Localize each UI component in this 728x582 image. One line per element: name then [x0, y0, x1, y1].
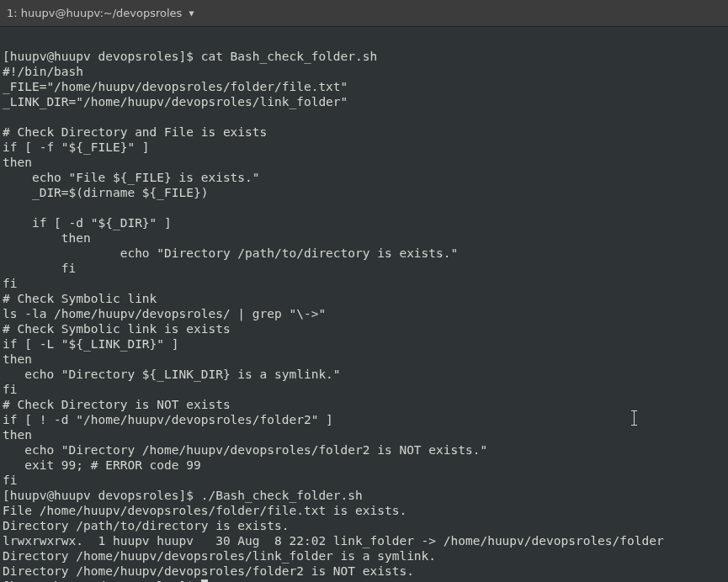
terminal-line: Directory /home/huupv/devopsroles/folder… [3, 564, 414, 578]
terminal-line: # Check Directory is NOT exists [3, 398, 231, 411]
terminal-line: then [3, 156, 32, 169]
terminal-line: if [ -f "${_FILE}" ] [3, 140, 150, 154]
terminal-line: if [ ! -d "/home/huupv/devopsroles/folde… [3, 413, 333, 426]
terminal-line: Directory /path/to/directory is exists. [3, 519, 289, 532]
terminal-line: echo "File ${_FILE} is exists." [3, 171, 260, 184]
terminal-line: fi [3, 277, 17, 290]
terminal-line: ls -la /home/huupv/devopsroles/ | grep "… [3, 307, 326, 320]
terminal-line: _DIR=$(dirname ${_FILE}) [3, 186, 208, 199]
terminal-line: echo "Directory /home/huupv/devopsroles/… [3, 443, 487, 457]
terminal-line: [huupv@huupv devopsroles]$ ./Bash_check_… [3, 489, 363, 502]
terminal-line: # Check Symbolic link is exists [3, 322, 231, 336]
terminal-line: fi [3, 262, 76, 275]
terminal-line: if [ -L "${_LINK_DIR}" ] [3, 337, 179, 351]
terminal-line: then [3, 352, 32, 366]
terminal-line: exit 99; # ERROR code 99 [3, 458, 201, 472]
terminal-line: _LINK_DIR="/home/huupv/devopsroles/link_… [3, 95, 348, 108]
terminal-line: #!/bin/bash [3, 65, 83, 78]
terminal-line: File /home/huupv/devopsroles/folder/file… [3, 504, 407, 517]
terminal-line: echo "Directory ${_LINK_DIR} is a symlin… [3, 368, 341, 381]
terminal-line: if [ -d "${_DIR}" ] [3, 216, 172, 230]
terminal-line: lrwxrwxrwx. 1 huupv huupv 30 Aug 8 22:02… [3, 534, 664, 548]
terminal-area[interactable]: [huupv@huupv devopsroles]$ cat Bash_chec… [0, 27, 728, 582]
terminal-line: fi [3, 474, 17, 487]
dropdown-caret-icon[interactable]: ▼ [189, 8, 194, 18]
terminal-line: fi [3, 383, 17, 396]
terminal-line: _FILE="/home/huupv/devopsroles/folder/fi… [3, 80, 348, 93]
terminal-line: # Check Directory and File is exists [3, 125, 267, 139]
terminal-line: then [3, 231, 91, 245]
titlebar-label: 1: huupv@huupv:~/devopsroles [7, 7, 182, 19]
terminal-line: echo "Directory /path/to/directory is ex… [3, 246, 458, 260]
terminal-line: then [3, 428, 32, 442]
terminal-line: Directory /home/huupv/devopsroles/link_f… [3, 549, 436, 563]
terminal-line: [huupv@huupv devopsroles]$ cat Bash_chec… [3, 50, 377, 63]
titlebar: 1: huupv@huupv:~/devopsroles ▼ [0, 0, 728, 27]
terminal-line: # Check Symbolic link [3, 292, 157, 305]
